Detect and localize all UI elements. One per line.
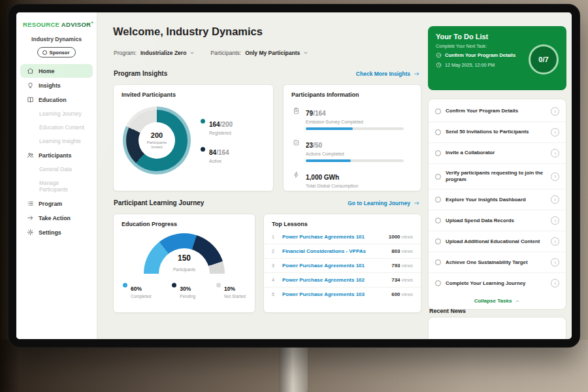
task-chevron-button[interactable] xyxy=(551,258,559,267)
check-circle-icon xyxy=(436,52,442,58)
sidebar-item-take-action[interactable]: Take Action xyxy=(20,211,93,225)
consumption-row: 1,000 GWh Total Global Consumption xyxy=(284,162,421,191)
page-title: Welcome, Industry Dynamics xyxy=(113,25,263,38)
sidebar-item-settings[interactable]: Settings xyxy=(20,225,93,239)
sidebar-item-label: Education Content xyxy=(39,124,84,131)
card-title: Invited Participants xyxy=(122,91,265,98)
check-more-insights-link[interactable]: Check More Insights xyxy=(356,71,420,77)
education-progress-card: Education Progress 150 Participants xyxy=(113,214,255,313)
sidebar-item-education[interactable]: Education xyxy=(20,93,93,106)
participants-dropdown[interactable]: Only My Participants xyxy=(245,50,308,56)
task-item[interactable]: Complete Your Learning Journey xyxy=(429,273,566,293)
sidebar-item-learning-insights[interactable]: Learning Insights xyxy=(20,135,93,148)
sidebar-item-insights[interactable]: Insights xyxy=(20,78,93,92)
lesson-link[interactable]: Power Purchase Agreements 103 xyxy=(282,291,386,297)
sidebar-item-label: Participants xyxy=(39,152,71,159)
chevron-right-icon xyxy=(553,198,557,202)
task-item[interactable]: Invite a Collaborator xyxy=(429,143,566,164)
gear-icon xyxy=(27,229,34,236)
sidebar-item-label: Learning Insights xyxy=(39,138,81,144)
task-checkbox[interactable] xyxy=(435,238,441,244)
sidebar-item-general-data[interactable]: General Data xyxy=(20,163,93,176)
task-chevron-button[interactable] xyxy=(551,216,559,225)
task-chevron-button[interactable] xyxy=(551,128,559,137)
sidebar-item-home[interactable]: Home xyxy=(20,64,93,78)
task-checkbox[interactable] xyxy=(435,108,441,114)
sidebar-item-program[interactable]: Program xyxy=(20,197,93,210)
collapse-tasks-button[interactable]: Collapse Tasks xyxy=(474,298,521,304)
program-dropdown[interactable]: Industrialize Zero xyxy=(140,50,195,56)
task-chevron-button[interactable] xyxy=(551,279,559,287)
lesson-link[interactable]: Power Purchase Agreements 101 xyxy=(282,263,386,269)
participants-filter: Participants: Only My Participants xyxy=(210,50,308,56)
bolt-icon xyxy=(293,171,300,178)
sidebar-item-participants[interactable]: Participants xyxy=(20,148,93,162)
brand-secondary: ADVISOR xyxy=(61,21,91,28)
chevron-right-icon xyxy=(553,240,557,244)
book-icon xyxy=(27,96,34,103)
brand-primary: RESOURCE xyxy=(23,21,59,28)
task-item[interactable]: Upload Spend Data Records xyxy=(429,210,566,231)
task-chevron-button[interactable] xyxy=(551,172,559,181)
legend-item-registered: 164/200 Registered xyxy=(201,118,233,135)
task-checkbox[interactable] xyxy=(435,218,441,223)
donut-center-value: 200 xyxy=(151,131,163,139)
monitor-bezel: RESOURCE ADVISOR+ Industry Dynamics Spon… xyxy=(8,4,580,348)
task-item[interactable]: Verify participants requesting to join t… xyxy=(429,164,566,189)
gauge-legend: 60% Completed 30% Pending 10% Not Starte… xyxy=(114,274,255,299)
participants-dropdown-value: Only My Participants xyxy=(245,50,300,56)
chevron-right-icon xyxy=(553,282,557,286)
task-chevron-button[interactable] xyxy=(551,149,559,157)
sidebar-item-label: Education xyxy=(39,97,67,103)
sidebar-item-learning-journey[interactable]: Learning Journey xyxy=(20,107,93,120)
task-item[interactable]: Send 50 Invitations to Participants xyxy=(429,122,566,143)
clock-icon xyxy=(436,62,442,68)
task-checkbox[interactable] xyxy=(435,174,441,180)
chevron-right-icon xyxy=(553,131,557,135)
chevron-right-icon xyxy=(553,219,557,223)
org-name: Industry Dynamics xyxy=(16,36,97,42)
sidebar-item-label: Learning Journey xyxy=(39,110,82,117)
task-item[interactable]: Achieve One Sustainability Target xyxy=(429,252,566,273)
dashboard-screen: RESOURCE ADVISOR+ Industry Dynamics Spon… xyxy=(16,12,572,339)
emission-survey-row: 79/164 Emission Survey Completed xyxy=(284,98,421,130)
education-gauge-chart: 150 Participants xyxy=(114,233,255,274)
legend-item-pending: 30% Pending xyxy=(172,282,195,299)
sidebar-item-label: Settings xyxy=(39,229,61,236)
task-item[interactable]: Upload Additional Educational Content xyxy=(429,231,566,252)
sidebar: RESOURCE ADVISOR+ Industry Dynamics Spon… xyxy=(16,12,97,339)
legend-dot-teal xyxy=(201,119,205,123)
task-item[interactable]: Confirm Your Program Details xyxy=(429,101,566,122)
sponsor-label: Sponsor xyxy=(50,50,70,56)
monitor-stand xyxy=(279,345,308,392)
task-chevron-button[interactable] xyxy=(551,107,559,116)
chevron-right-icon xyxy=(553,174,557,178)
sidebar-item-manage-participants[interactable]: Manage Participants xyxy=(20,176,93,196)
task-item[interactable]: Explore Your Insights Dashboard xyxy=(429,189,566,210)
donut-legend: 164/200 Registered 84/164 Active xyxy=(201,118,233,163)
lesson-link[interactable]: Power Purchase Agreements 102 xyxy=(282,277,386,283)
legend-dot-gray xyxy=(216,283,221,287)
task-checkbox[interactable] xyxy=(435,197,441,203)
chevron-right-icon xyxy=(553,110,557,114)
task-checkbox[interactable] xyxy=(435,280,441,286)
lesson-row: 1 Power Purchase Agreements 101 1000 vie… xyxy=(264,230,421,244)
brand-logo: RESOURCE ADVISOR+ xyxy=(16,20,97,28)
card-title: Top Lessons xyxy=(272,221,413,227)
task-list-card: Confirm Your Program Details Send 50 Inv… xyxy=(428,99,566,310)
card-title: Education Progress xyxy=(122,221,247,227)
task-checkbox[interactable] xyxy=(435,259,441,265)
task-chevron-button[interactable] xyxy=(551,195,559,204)
sidebar-item-label: Program xyxy=(39,201,62,207)
go-to-learning-journey-link[interactable]: Go to Learning Journey xyxy=(348,200,420,206)
task-chevron-button[interactable] xyxy=(551,237,559,246)
task-checkbox[interactable] xyxy=(435,150,441,156)
lesson-link[interactable]: Financial Considerations - VPPAs xyxy=(282,248,386,254)
lesson-link[interactable]: Power Purchase Agreements 101 xyxy=(282,234,384,240)
program-filter: Program: Industrialize Zero xyxy=(114,50,195,56)
photo-background: RESOURCE ADVISOR+ Industry Dynamics Spon… xyxy=(0,0,588,392)
participants-information-card: Participants Information 79/164 Emission… xyxy=(283,84,421,191)
sidebar-item-education-content[interactable]: Education Content xyxy=(20,121,93,134)
gauge-center-value: 150 xyxy=(144,254,225,262)
task-checkbox[interactable] xyxy=(435,129,441,135)
